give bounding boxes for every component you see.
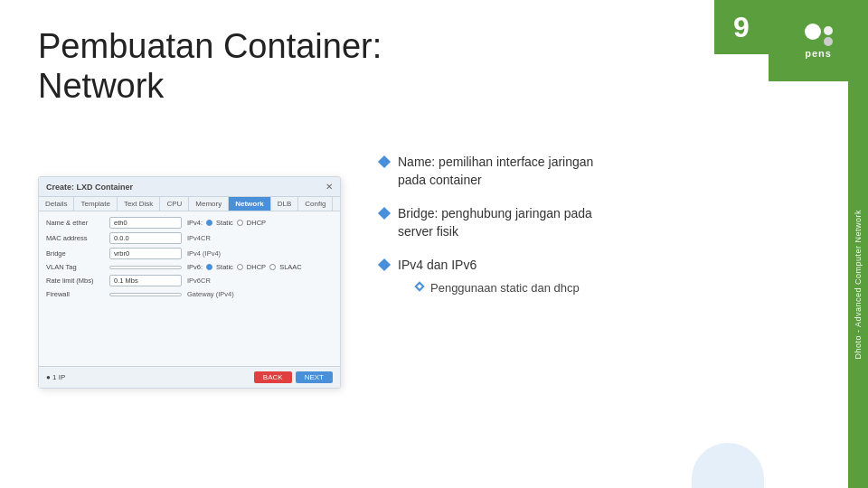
panel-close-icon: ✕ bbox=[326, 182, 333, 192]
label-ipv4cr: IPv4CR bbox=[187, 234, 211, 242]
value-bridge: vrbr0 bbox=[109, 248, 182, 259]
tab-template[interactable]: Template bbox=[74, 197, 117, 211]
label-mac: MAC address bbox=[46, 234, 109, 242]
vertical-text: Dhoto - Advanced Computer Network bbox=[848, 81, 868, 488]
value-ratelimit: 0.1 Mbs bbox=[109, 275, 182, 286]
decorative-bottom-shape bbox=[692, 443, 764, 488]
label-ratelimit: Rate limit (Mbs) bbox=[46, 277, 109, 285]
ipv4-radio-group: IPv4: Static DHCP bbox=[187, 219, 266, 227]
radio-dhcp bbox=[237, 220, 243, 226]
label-ipv6cr: IPv6CR bbox=[187, 277, 211, 285]
tab-memory[interactable]: Memory bbox=[189, 197, 229, 211]
value-mac: 0.0.0 bbox=[109, 232, 182, 244]
radio-static bbox=[206, 220, 212, 226]
back-button[interactable]: BACK bbox=[254, 371, 292, 383]
label-gateway: Gateway (IPv4) bbox=[187, 290, 234, 298]
slide-number-badge: 9 bbox=[714, 0, 769, 54]
bullets-area: Name: pemilihan interface jaringanpada c… bbox=[380, 154, 823, 313]
tab-dlb[interactable]: DLB bbox=[271, 197, 299, 211]
pens-logo: pens bbox=[805, 23, 833, 59]
bullet-diamond-3 bbox=[378, 258, 391, 271]
panel-header-title: Create: LXD Container bbox=[46, 183, 133, 192]
sub-bullet-item-1: Penggunaan static dan dhcp bbox=[416, 280, 580, 296]
tab-cpu[interactable]: CPU bbox=[160, 197, 189, 211]
tab-config[interactable]: Config bbox=[298, 197, 333, 211]
bullet-item-2: Bridge: penghubung jaringan padaserver f… bbox=[380, 205, 787, 240]
form-row-name: Name & ether eth0 IPv4: Static DHCP bbox=[46, 217, 333, 229]
label-vlan: VLAN Tag bbox=[46, 263, 109, 271]
bullet-text-1: Name: pemilihan interface jaringanpada c… bbox=[398, 154, 593, 189]
radio-ipv6-slaac bbox=[269, 264, 276, 270]
label-ipv4-ipv4: IPv4 (IPv4) bbox=[187, 249, 221, 258]
logo-text: pens bbox=[805, 48, 832, 59]
form-row-mac: MAC address 0.0.0 IPv4CR bbox=[46, 232, 333, 244]
form-row-firewall: Firewall Gateway (IPv4) bbox=[46, 290, 333, 298]
value-vlan bbox=[109, 266, 182, 269]
panel-footer: ● 1 IP BACK NEXT bbox=[39, 366, 340, 388]
title-area: Pembuatan Container: Network bbox=[38, 27, 418, 106]
value-name: eth0 bbox=[109, 217, 182, 229]
bullet-diamond-2 bbox=[378, 207, 391, 220]
label-name: Name & ether bbox=[46, 219, 109, 227]
form-row-ratelimit: Rate limit (Mbs) 0.1 Mbs IPv6CR bbox=[46, 275, 333, 286]
sub-bullet-text-1: Penggunaan static dan dhcp bbox=[430, 280, 580, 296]
bullet-text-2: Bridge: penghubung jaringan padaserver f… bbox=[398, 205, 592, 240]
tab-network[interactable]: Network bbox=[229, 197, 271, 211]
bullet-item-1: Name: pemilihan interface jaringanpada c… bbox=[380, 154, 787, 189]
form-row-bridge: Bridge vrbr0 IPv4 (IPv4) bbox=[46, 248, 333, 259]
next-button[interactable]: NEXT bbox=[296, 371, 333, 383]
label-bridge: Bridge bbox=[46, 249, 109, 258]
lxd-panel-mock: Create: LXD Container ✕ Details Template… bbox=[38, 176, 341, 389]
tab-textdisk[interactable]: Text Disk bbox=[118, 197, 160, 211]
bullet-text-3: IPv4 dan IPv6 bbox=[398, 258, 476, 272]
form-row-vlan: VLAN Tag IPv6: Static DHCP SLAAC bbox=[46, 263, 333, 271]
sub-bullet-diamond-1 bbox=[414, 281, 424, 291]
label-firewall: Firewall bbox=[46, 290, 109, 298]
footer-buttons: BACK NEXT bbox=[254, 371, 333, 383]
value-firewall bbox=[109, 293, 182, 296]
panel-body: Name & ether eth0 IPv4: Static DHCP MAC … bbox=[39, 211, 340, 307]
panel-tabs: Details Template Text Disk CPU Memory Ne… bbox=[39, 197, 340, 211]
bullet-diamond-1 bbox=[378, 155, 391, 168]
panel-header: Create: LXD Container ✕ bbox=[39, 177, 340, 197]
radio-ipv6-static bbox=[206, 264, 212, 270]
slide-title: Pembuatan Container: Network bbox=[38, 27, 418, 106]
footer-ip-count: ● 1 IP bbox=[46, 373, 65, 381]
tab-details[interactable]: Details bbox=[39, 197, 74, 211]
bullet-item-3: IPv4 dan IPv6 Penggunaan static dan dhcp bbox=[380, 257, 787, 296]
logo-area: pens bbox=[769, 0, 868, 81]
ipv6-radio-group: IPv6: Static DHCP SLAAC bbox=[187, 263, 302, 271]
radio-ipv6-dhcp bbox=[237, 264, 243, 270]
